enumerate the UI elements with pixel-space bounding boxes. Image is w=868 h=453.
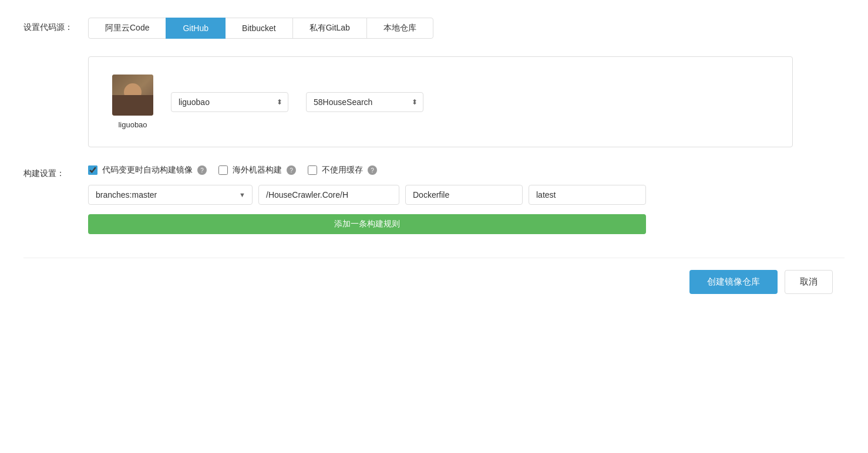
create-button[interactable]: 创建镜像仓库	[689, 270, 778, 294]
source-btn-gitlab[interactable]: 私有GitLab	[292, 18, 367, 39]
repo-select[interactable]: 58HouseSearch	[306, 92, 423, 112]
build-config: 代码变更时自动构建镜像 ? 海外机器构建 ? 不使用缓存 ?	[88, 165, 646, 234]
user-avatar-section: liguobao	[112, 75, 153, 129]
overseas-checkbox[interactable]	[218, 165, 228, 175]
bottom-divider	[23, 258, 845, 258]
page-container: 设置代码源： 阿里云Code GitHub Bitbucket 私有GitLab…	[0, 0, 868, 453]
avatar-face	[112, 75, 153, 116]
branch-select-wrapper: branches:master	[88, 185, 253, 205]
no-cache-checkbox[interactable]	[308, 165, 317, 175]
auto-build-checkbox-item[interactable]: 代码变更时自动构建镜像 ?	[88, 165, 207, 175]
auto-build-help-icon[interactable]: ?	[197, 165, 207, 175]
no-cache-label: 不使用缓存	[322, 165, 363, 175]
dockerfile-input[interactable]	[405, 185, 523, 205]
action-buttons: 创建镜像仓库 取消	[23, 270, 845, 294]
tag-input[interactable]	[529, 185, 646, 205]
code-source-label: 设置代码源：	[23, 18, 76, 33]
build-settings-label: 构建设置：	[23, 165, 76, 179]
repo-select-wrapper: 58HouseSearch	[306, 92, 423, 112]
source-buttons-group: 阿里云Code GitHub Bitbucket 私有GitLab 本地仓库	[88, 18, 433, 39]
source-btn-bitbucket[interactable]: Bitbucket	[225, 18, 293, 39]
auto-build-label: 代码变更时自动构建镜像	[102, 165, 193, 175]
source-btn-github[interactable]: GitHub	[166, 18, 226, 39]
auto-build-checkbox[interactable]	[88, 165, 97, 175]
code-source-section: 设置代码源： 阿里云Code GitHub Bitbucket 私有GitLab…	[23, 18, 845, 39]
cancel-button[interactable]: 取消	[785, 270, 833, 294]
overseas-help-icon[interactable]: ?	[287, 165, 296, 175]
user-select[interactable]: liguobao	[171, 92, 288, 112]
avatar	[112, 75, 153, 116]
branch-select[interactable]: branches:master	[88, 185, 253, 205]
checkbox-row: 代码变更时自动构建镜像 ? 海外机器构建 ? 不使用缓存 ?	[88, 165, 646, 175]
overseas-label: 海外机器构建	[233, 165, 282, 175]
build-settings-section: 构建设置： 代码变更时自动构建镜像 ? 海外机器构建 ? 不使用缓存 ?	[23, 165, 845, 234]
path-input[interactable]	[258, 185, 399, 205]
github-config-box: liguobao liguobao 58HouseSearch	[88, 56, 793, 147]
no-cache-help-icon[interactable]: ?	[368, 165, 377, 175]
avatar-username: liguobao	[118, 120, 147, 129]
source-btn-aliyun[interactable]: 阿里云Code	[88, 18, 166, 39]
overseas-checkbox-item[interactable]: 海外机器构建 ?	[218, 165, 296, 175]
no-cache-checkbox-item[interactable]: 不使用缓存 ?	[308, 165, 377, 175]
build-rules-row: branches:master	[88, 185, 646, 205]
add-rule-button[interactable]: 添加一条构建规则	[88, 214, 646, 234]
user-select-wrapper: liguobao	[171, 92, 288, 112]
source-btn-local[interactable]: 本地仓库	[366, 18, 433, 39]
